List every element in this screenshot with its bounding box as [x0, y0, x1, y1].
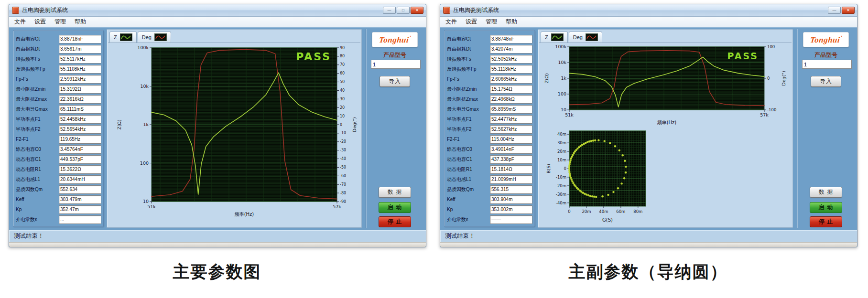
param-value-input[interactable]: [490, 175, 532, 184]
parameter-panel: 自由电容Ct自由损耗Dt谐振频率Fs反谐振频率FpFp-Fs最小阻抗Zmin最大…: [13, 30, 104, 227]
titlebar[interactable]: 压电陶瓷测试系统 —✕: [440, 4, 857, 17]
param-value-input[interactable]: [59, 45, 101, 53]
param-label: 介电常数ε: [16, 216, 59, 223]
param-label: 动态电容C1: [16, 156, 59, 163]
param-value-input[interactable]: [490, 185, 532, 194]
svg-text:-40: -40: [340, 157, 346, 161]
param-row: 最大电导Gmax: [13, 104, 103, 114]
param-value-input[interactable]: [490, 125, 532, 134]
param-value-input[interactable]: [59, 95, 101, 104]
figure-caption-right: 主副参数（导纳圆）: [440, 261, 857, 283]
sidebar: Tonghui 产品型号 导入 数 据 启 动 停 止: [366, 29, 423, 228]
param-value-input[interactable]: [59, 85, 101, 94]
param-value-input[interactable]: [59, 65, 101, 74]
product-model-input[interactable]: [802, 60, 852, 69]
param-value-input[interactable]: [490, 45, 532, 53]
param-value-input[interactable]: [59, 205, 101, 214]
svg-text:80m: 80m: [633, 209, 642, 214]
param-row: 静态电容C0: [445, 144, 534, 154]
close-button[interactable]: ✕: [842, 7, 855, 14]
param-value-input[interactable]: [490, 215, 532, 224]
import-button[interactable]: 导入: [380, 76, 410, 87]
param-label: 最大阻抗Zmax: [447, 96, 490, 103]
menu-item-设置[interactable]: 设置: [461, 17, 481, 27]
menu-item-设置[interactable]: 设置: [30, 17, 50, 27]
close-button[interactable]: ✕: [411, 7, 423, 14]
product-model-input[interactable]: [371, 60, 421, 69]
param-value-input[interactable]: [59, 75, 101, 84]
tab-deg[interactable]: Deg: [138, 32, 171, 43]
tab-label: Z: [545, 34, 548, 40]
param-value-input[interactable]: [490, 165, 532, 174]
param-label: 动态电容C1: [447, 156, 490, 163]
param-row: 半功率点F2: [13, 124, 103, 134]
param-value-input[interactable]: [59, 105, 101, 114]
svg-text:60: 60: [340, 71, 345, 75]
param-value-input[interactable]: [490, 115, 532, 124]
param-value-input[interactable]: [59, 135, 101, 144]
param-value-input[interactable]: [490, 105, 532, 114]
svg-text:70: 70: [340, 63, 345, 67]
param-value-input[interactable]: [59, 165, 101, 174]
start-button[interactable]: 启 动: [810, 202, 842, 213]
param-value-input[interactable]: [59, 145, 101, 154]
param-value-input[interactable]: [490, 55, 532, 64]
svg-text:51k: 51k: [147, 204, 156, 209]
minimize-button[interactable]: —: [383, 7, 396, 14]
menu-item-帮助[interactable]: 帮助: [501, 17, 521, 27]
param-value-input[interactable]: [490, 85, 532, 94]
stop-button[interactable]: 停 止: [379, 216, 411, 227]
chart-tabbar: ZDeg: [539, 31, 792, 43]
svg-text:20m: 20m: [582, 209, 591, 214]
svg-text:PASS: PASS: [727, 51, 759, 61]
green-wave-icon: [120, 33, 132, 41]
param-value-input[interactable]: [490, 195, 532, 204]
svg-text:1k: 1k: [143, 122, 149, 127]
param-value-input[interactable]: [59, 215, 101, 224]
param-row: 动态电容C1: [445, 154, 534, 164]
param-value-input[interactable]: [490, 75, 532, 84]
param-value-input[interactable]: [59, 155, 101, 164]
menu-item-文件[interactable]: 文件: [441, 17, 461, 27]
param-value-input[interactable]: [59, 35, 101, 43]
minimize-button[interactable]: —: [828, 7, 841, 14]
menu-item-管理[interactable]: 管理: [50, 17, 70, 27]
param-value-input[interactable]: [59, 195, 101, 204]
maximize-button[interactable]: □: [397, 7, 410, 14]
param-value-input[interactable]: [490, 155, 532, 164]
param-value-input[interactable]: [490, 35, 532, 43]
import-button[interactable]: 导入: [811, 76, 841, 87]
param-value-input[interactable]: [59, 185, 101, 194]
data-button[interactable]: 数 据: [379, 187, 411, 198]
start-button[interactable]: 启 动: [379, 202, 411, 213]
svg-text:-10m: -10m: [556, 175, 566, 180]
menu-item-文件[interactable]: 文件: [10, 17, 30, 27]
data-button[interactable]: 数 据: [810, 187, 842, 198]
param-value-input[interactable]: [59, 55, 101, 64]
param-value-input[interactable]: [490, 95, 532, 104]
titlebar[interactable]: 压电陶瓷测试系统 —□✕: [9, 4, 426, 17]
param-value-input[interactable]: [490, 205, 532, 214]
tab-z[interactable]: Z: [109, 32, 137, 43]
window-resize-strip[interactable]: [9, 242, 426, 247]
param-row: Kp: [445, 204, 534, 214]
svg-text:40m: 40m: [599, 209, 608, 214]
tab-z[interactable]: Z: [541, 32, 568, 43]
tab-deg[interactable]: Deg: [569, 32, 602, 43]
param-row: 反谐振频率Fp: [445, 64, 534, 74]
stop-button[interactable]: 停 止: [810, 216, 842, 227]
menu-item-帮助[interactable]: 帮助: [70, 17, 90, 27]
param-value-input[interactable]: [59, 175, 101, 184]
param-value-input[interactable]: [59, 115, 101, 124]
svg-text:Z(Ω): Z(Ω): [544, 73, 549, 83]
window-resize-strip[interactable]: [440, 242, 857, 247]
param-value-input[interactable]: [490, 135, 532, 144]
menu-item-管理[interactable]: 管理: [481, 17, 501, 27]
param-value-input[interactable]: [490, 145, 532, 154]
svg-text:频率(Hz): 频率(Hz): [235, 212, 254, 217]
svg-text:Deg(°): Deg(°): [781, 71, 786, 85]
param-row: 自由损耗Dt: [445, 44, 534, 54]
param-value-input[interactable]: [490, 65, 532, 74]
param-value-input[interactable]: [59, 125, 101, 134]
param-row: 最小阻抗Zmin: [445, 84, 534, 94]
